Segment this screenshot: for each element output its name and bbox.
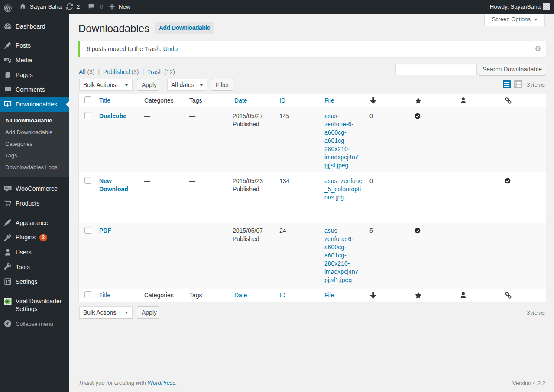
svg-text:Woo: Woo (5, 187, 11, 190)
